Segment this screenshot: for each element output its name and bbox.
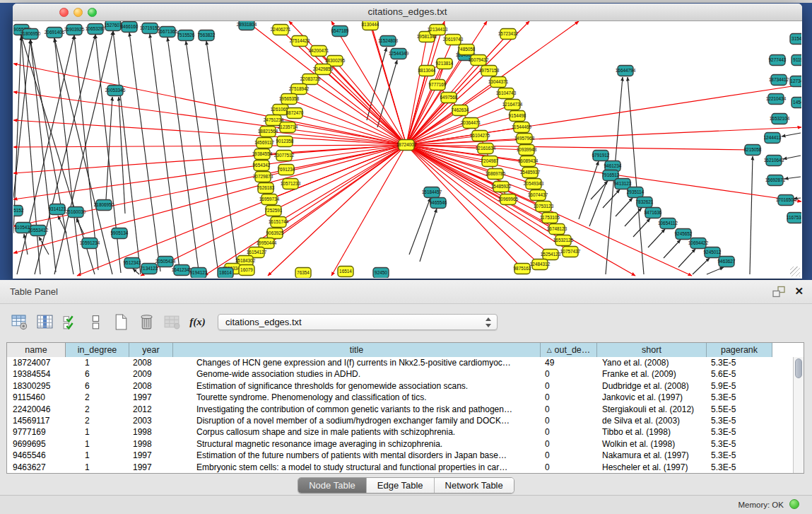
graph-node[interactable]: 9875163 [514,264,531,274]
float-panel-icon[interactable] [772,286,786,298]
graph-node[interactable]: 18821564 [258,127,278,137]
column-header-name[interactable]: name [7,343,66,357]
table-row[interactable]: 969969511998Structural magnetic resonanc… [7,438,793,450]
table-cell[interactable]: Investigating the contribution of common… [173,404,541,415]
graph-node[interactable]: 25160030 [66,207,86,218]
graph-node[interactable]: 9012358 [276,136,294,147]
table-cell[interactable]: 2012 [129,404,173,415]
graph-node[interactable]: 9512343 [124,258,141,269]
graph-node[interactable]: 10653287 [86,24,106,35]
table-cell[interactable]: 0 [541,426,597,438]
table-cell[interactable]: 0 [541,392,597,403]
graph-node[interactable]: 19384554 [252,149,273,160]
table-cell[interactable]: 2 [66,392,129,403]
graph-node[interactable]: 14569117 [254,138,274,148]
graph-node[interactable]: 16869785 [486,169,506,180]
graph-node[interactable]: 16089434 [518,156,539,167]
graph-node[interactable]: 16532104 [770,114,790,124]
graph-node[interactable]: 15254123 [541,250,561,260]
row-selection-mode-button[interactable] [61,313,80,332]
graph-node[interactable]: 9213814 [436,59,454,69]
graph-node[interactable]: 11753105 [540,213,560,223]
table-cell[interactable]: 5.9E-5 [707,380,772,392]
graph-node[interactable]: 21235714 [278,122,298,133]
table-cell[interactable]: Yano et al. (2008) [597,357,707,368]
table-cell[interactable]: 5.3E-5 [707,415,772,426]
graph-node[interactable]: 14543 [792,98,801,108]
table-cell[interactable]: 6 [66,380,129,392]
table-cell[interactable]: 9699695 [7,438,66,450]
table-cell[interactable]: Hescheler et al. (1997) [597,462,707,473]
table-cell[interactable]: 1 [66,462,129,473]
graph-node[interactable]: 16079 [239,265,254,276]
table-cell[interactable]: Embryonic stem cells: a model to study s… [173,462,541,473]
graph-node[interactable]: 18734412 [769,75,789,86]
graph-node[interactable]: 16959734 [259,194,280,205]
table-row[interactable]: 1872400712008Changes of HCN gene express… [7,357,793,368]
graph-node[interactable]: 22083728 [300,74,321,85]
tab-network-table[interactable]: Network Table [435,478,514,493]
graph-node[interactable]: 16671365 [158,27,178,37]
graph-node[interactable]: 1244413 [764,133,782,144]
graph-node[interactable]: 91193 [792,55,801,66]
tab-node-table[interactable]: Node Table [298,478,367,493]
graph-node[interactable]: 15692871 [765,175,786,186]
graph-node[interactable]: 20429859 [313,64,334,75]
graph-node[interactable]: 10969965 [498,194,519,205]
graph-node[interactable]: 7515526 [177,30,195,41]
graph-node[interactable]: 15485937 [520,168,541,178]
table-cell[interactable]: 0 [541,380,597,392]
table-cell[interactable]: 1 [66,450,129,461]
graph-node[interactable]: 8130444 [362,21,379,30]
table-cell[interactable]: Changes of HCN gene expression and I(f) … [173,357,541,368]
graph-node[interactable]: 1167534 [787,213,801,223]
table-cell[interactable]: Corpus callosum shape and size in male p… [173,426,541,438]
network-graph[interactable]: 1905572421806950206914062690392510653287… [13,21,801,278]
table-cell[interactable]: 9777169 [7,426,66,438]
graph-node[interactable]: 10571233 [281,179,301,189]
table-cell[interactable]: 9115460 [7,392,66,403]
table-cell[interactable]: 14569117 [7,415,66,426]
table-cell[interactable]: 5.3E-5 [707,462,772,473]
table-cell[interactable]: 5.3E-5 [707,357,772,368]
column-header-in_degree[interactable]: in_degree [66,343,129,357]
graph-node[interactable]: 7462634 [452,105,469,116]
table-cell[interactable]: 1997 [129,450,173,461]
graph-node[interactable]: 7691234 [278,165,295,175]
graph-node[interactable]: 10753123 [534,201,554,212]
graph-node[interactable]: 8215058 [744,145,762,156]
table-cell[interactable]: de Silva et al. (2003) [597,415,707,426]
table-cell[interactable]: 6 [66,368,129,380]
table-row[interactable]: 977716911998Corpus callosum shape and si… [7,426,793,438]
graph-node[interactable]: 9465546 [430,198,447,209]
graph-node[interactable]: 6497568 [440,93,458,103]
table-cell[interactable]: Estimation of significance thresholds fo… [173,380,541,392]
graph-node[interactable]: 9277443 [769,55,787,66]
table-cell[interactable]: Tibbo et al. (1998) [597,426,707,438]
graph-node[interactable]: 16412345 [172,265,192,276]
graph-node[interactable]: 7252591 [265,206,283,216]
scrollbar-thumb[interactable] [795,358,802,378]
graph-node[interactable]: 8466160 [121,22,139,33]
table-cell[interactable]: 22420046 [7,404,66,415]
table-cell[interactable]: 0 [541,462,597,473]
graph-node[interactable]: 12544349 [389,49,409,59]
graph-node[interactable]: 15184457 [422,187,442,198]
delete-table-button[interactable] [137,313,156,332]
graph-node[interactable]: 9805152 [13,206,24,216]
graph-node[interactable]: 9463627 [718,257,736,267]
table-row[interactable]: 2242004622012Investigating the contribut… [7,404,793,415]
graph-node[interactable]: 7832621 [636,197,654,208]
table-cell[interactable]: Genome-wide association studies in ADHD. [173,368,541,380]
graph-node[interactable]: 10757437 [560,247,581,257]
graph-node[interactable]: 6547189 [331,26,349,37]
graph-node[interactable]: 19565358 [279,94,300,105]
graph-node[interactable]: 10591234 [80,238,100,249]
graph-node[interactable]: 13044371 [488,77,509,88]
table-cell[interactable]: Nakamura et al. (1997) [597,450,707,461]
table-cell[interactable]: 2009 [129,368,173,380]
table-cell[interactable]: 18724007 [7,357,66,368]
graph-node[interactable]: 7134123 [141,264,158,274]
graph-node[interactable]: 12164734 [502,100,523,110]
table-cell[interactable]: 1997 [129,462,173,473]
